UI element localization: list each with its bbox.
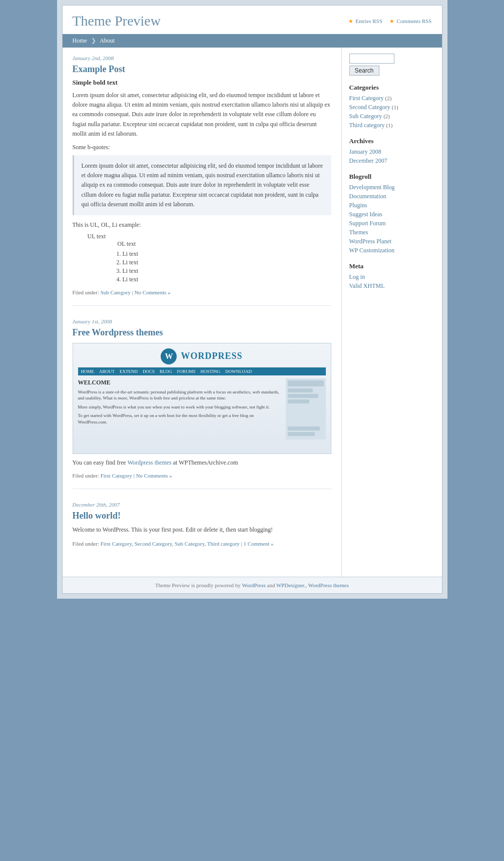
wordpress-themes-link[interactable]: Wordpress themes [128,459,172,466]
sidebar-blogroll-list: Development Blog Documentation Plugins S… [349,184,434,254]
wp-welcome-title: WELCOME [78,378,282,387]
rss-icon-entries: ★ [348,18,353,24]
sidebar-categories-section: Categories First Category (2) Second Cat… [349,84,434,129]
post-text-line-2: You can easy find free Wordpress themes … [73,459,331,467]
post-ol-section-1: OL text [118,240,331,248]
footer-link-wpthemes[interactable]: WordPress themes [308,582,349,588]
post-hello-world: December 26th, 2007 Hello world! Welcome… [73,502,331,557]
site-title: Theme Preview [73,13,161,29]
blogroll-link-devblog[interactable]: Development Blog [349,184,395,191]
post-image-container-2: W WORDPRESS HOME ABOUT EXTEND DOCS BLOG … [73,343,331,454]
post-filed-3: Filed under: First Category, Second Cate… [73,541,331,547]
archive-link-dec2007[interactable]: December 2007 [349,157,387,164]
header-links: ★ Entries RSS ★ Comments RSS [348,18,432,25]
sidebar-archives-section: Archives January 2008 December 2007 [349,137,434,165]
wp-sidebar-item-1 [288,380,324,386]
cat-count-second: (1) [392,104,398,110]
blogroll-link-themes[interactable]: Themes [349,229,368,236]
list-item: Plugins [349,202,434,209]
nav-item-home[interactable]: Home [73,37,87,44]
site-header: Theme Preview ★ Entries RSS ★ Comments R… [63,6,442,34]
blogroll-link-docs[interactable]: Documentation [349,193,386,200]
post-date-3: December 26th, 2007 [73,502,331,508]
post-comments-link-2[interactable]: No Comments » [136,473,172,479]
sidebar-meta-title: Meta [349,262,434,270]
blogroll-link-wpcustomization[interactable]: WP Customization [349,247,395,254]
wp-logo-circle: W [161,348,177,364]
blogroll-link-support[interactable]: Support Forum [349,220,386,227]
list-item: Themes [349,229,434,236]
list-item: Valid XHTML [349,282,434,290]
sidebar-search-section: Search [349,54,434,76]
list-item: January 2008 [349,148,434,156]
post-comments-link-3[interactable]: 1 Comment » [244,541,274,547]
wp-logo-text: WORDPRESS [181,351,242,361]
wp-more-text: More simply, WordPress is what you use w… [78,404,282,410]
post-example: January 2nd, 2008 Example Post Simple bo… [73,55,331,306]
nav-bar: Home ❯ About [63,34,442,48]
wp-start-text: To get started with WordPress, set it up… [78,412,282,425]
cat-link-first[interactable]: First Category [349,95,384,102]
post-title-link-3[interactable]: Hello world! [73,511,121,521]
post-title-2: Free Wordpress themes [73,327,331,338]
blogroll-link-wpplanet[interactable]: WordPress Planet [349,238,392,245]
post-comments-link-1[interactable]: No Comments » [135,289,171,295]
cat-link-sub[interactable]: Sub Category [349,113,382,120]
list-item: December 2007 [349,157,434,165]
list-item: WordPress Planet [349,238,434,245]
meta-link-login[interactable]: Log in [349,273,365,280]
post-title-link-1[interactable]: Example Post [73,64,126,74]
list-item: WP Customization [349,247,434,254]
footer-link-wpdesigner[interactable]: WPDesigner. [276,582,305,588]
cat-count-first: (2) [385,95,392,101]
footer-link-wordpress[interactable]: WordPress [242,582,265,588]
post-wordpress-themes: January 1st, 2008 Free Wordpress themes … [73,318,331,489]
sidebar-categories-title: Categories [349,84,434,92]
wp-sidebar-image [288,405,324,425]
list-item: Development Blog [349,184,434,191]
site-container: Theme Preview ★ Entries RSS ★ Comments R… [62,5,442,594]
post-cat-link-subcategory[interactable]: Sub Category [101,289,131,295]
list-item: Li text [123,267,331,275]
post-filed-2: Filed under: First Category | No Comment… [73,473,331,479]
post-list-label-1: This is UL, OL, Li example: [73,221,331,229]
post-title-1: Example Post [73,64,331,75]
post-cat-third-hw[interactable]: Third category [207,541,240,547]
wp-sidebar-item-3 [288,394,318,398]
list-item: Second Category (1) [349,104,434,111]
comments-rss-link[interactable]: ★ Comments RSS [389,18,432,25]
wp-sidebar-item-2 [288,388,313,392]
sidebar-archives-list: January 2008 December 2007 [349,148,434,165]
post-cat-link-first[interactable]: First Category [101,473,132,479]
wp-nav-bar-fake: HOME ABOUT EXTEND DOCS BLOG FORUMS HOSTI… [78,367,326,375]
sidebar-categories-list: First Category (2) Second Category (1) S… [349,95,434,129]
cat-count-third: (1) [386,122,392,128]
post-cat-sub-hw[interactable]: Sub Category [175,541,204,547]
search-button[interactable]: Search [349,66,379,76]
wp-content-fake: WELCOME WordPress is a state-of-the-art … [78,378,326,440]
cat-link-third[interactable]: Third category [349,122,385,129]
archive-link-jan2008[interactable]: January 2008 [349,148,381,155]
post-date-1: January 2nd, 2008 [73,55,331,61]
entries-rss-link[interactable]: ★ Entries RSS [348,18,382,25]
sidebar-blogroll-title: Blogroll [349,173,434,181]
post-cat-second-hw[interactable]: Second Category [135,541,172,547]
post-cat-first-hw[interactable]: First Category [101,541,132,547]
wp-content-main: WELCOME WordPress is a state-of-the-art … [78,378,282,440]
blogroll-link-suggest[interactable]: Suggest Ideas [349,211,382,218]
search-input[interactable] [349,54,394,64]
nav-item-about[interactable]: About [100,37,115,44]
list-item: Li text [123,250,331,258]
post-title-3: Hello world! [73,511,331,521]
post-subtitle-1: Simple bold text [73,79,331,87]
list-item: Li text [123,276,331,283]
meta-link-xhtml[interactable]: Valid XHTML [349,282,385,289]
cat-link-second[interactable]: Second Category [349,104,390,111]
wp-screenshot: W WORDPRESS HOME ABOUT EXTEND DOCS BLOG … [73,343,331,454]
post-title-link-2[interactable]: Free Wordpress themes [73,327,163,337]
post-content-3: Welcome to WordPress. This is your first… [73,525,331,535]
blogroll-link-plugins[interactable]: Plugins [349,202,367,209]
sidebar-meta-list: Log in Valid XHTML [349,273,434,290]
post-blockquote-1: Lorem ipsum dolor sit amet, consectetur … [73,155,331,215]
sidebar-blogroll-section: Blogroll Development Blog Documentation … [349,173,434,254]
